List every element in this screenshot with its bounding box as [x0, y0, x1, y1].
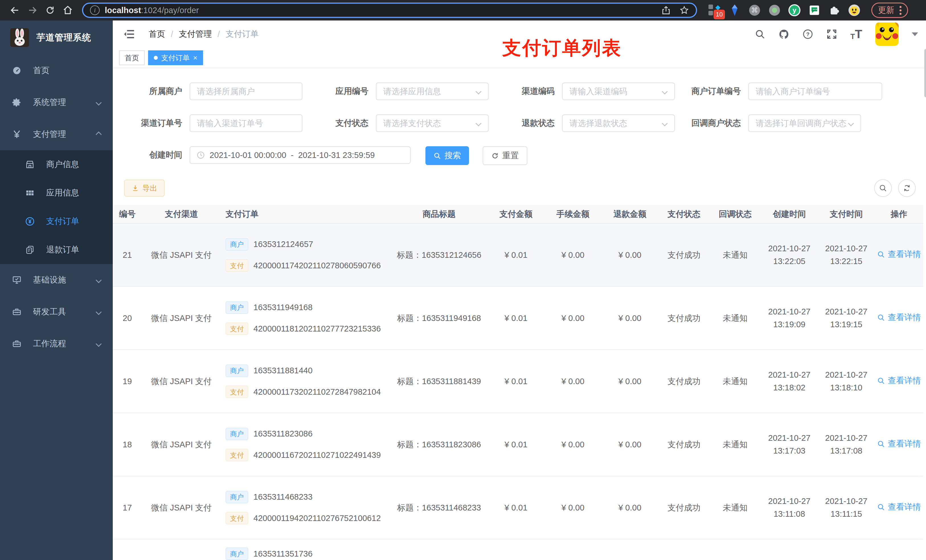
filter-row-2: 渠道订单号 支付状态 退款状态 回调商户状态 [124, 115, 923, 132]
font-size-icon[interactable]: TT [850, 27, 862, 41]
sidebar-item-首页[interactable]: 首页 [0, 54, 113, 86]
sidebar-item-退款订单[interactable]: 退款订单 [0, 235, 113, 264]
dashboard-icon [12, 66, 22, 75]
cell-order-no: 商户1635312124657 支付4200001174202110278060… [214, 238, 391, 272]
cell-order-no: 商户1635311881440 支付4200001173202110272847… [214, 364, 391, 398]
cell-pay-amount: ¥ 0.01 [487, 438, 545, 451]
browser-menu-icon[interactable] [900, 6, 902, 15]
app-logo[interactable]: 芋道管理系统 [0, 21, 113, 54]
view-search-icon [877, 314, 885, 322]
refund-doc-icon [25, 245, 35, 255]
view-search-icon [877, 440, 885, 448]
view-detail-link[interactable]: 查看详情 [877, 374, 921, 387]
export-button[interactable]: 导出 [124, 180, 165, 197]
filter-input-渠道订单号[interactable] [190, 115, 302, 131]
date-range-picker[interactable]: 2021-10-01 00:00:00 - 2021-10-31 23:59:5… [190, 146, 411, 164]
breadcrumb-pay[interactable]: 支付管理 [179, 29, 212, 40]
pay-tag: 支付 [225, 322, 248, 335]
filter-input-渠道编码[interactable] [563, 83, 674, 100]
bookmark-star-icon[interactable] [679, 5, 689, 15]
filter-input-退款状态[interactable] [563, 115, 674, 131]
scrollbar[interactable] [924, 49, 926, 97]
url-host: localhost [105, 6, 141, 15]
filter-input-应用编号[interactable] [377, 83, 488, 100]
view-detail-link[interactable]: 查看详情 [877, 437, 921, 450]
reset-button[interactable]: 重置 [483, 146, 527, 165]
cell-id: 19 [113, 375, 149, 388]
header-search-icon[interactable] [755, 29, 766, 39]
view-detail-link[interactable]: 查看详情 [877, 501, 921, 513]
cell-title: 标题：1635311881439 [391, 375, 487, 388]
home-icon[interactable] [61, 3, 75, 18]
github-icon[interactable] [779, 29, 789, 39]
browser-update-button[interactable]: 更新 [872, 3, 908, 18]
sidebar-item-商户信息[interactable]: 商户信息 [0, 150, 113, 179]
cell-action: 查看详情 [875, 501, 923, 515]
column-创建时间: 创建时间 [761, 208, 818, 220]
date-separator: - [291, 151, 294, 160]
help-icon[interactable]: ? [802, 29, 813, 39]
extension-dot-icon[interactable] [768, 3, 781, 17]
table-row[interactable]: 17 微信 JSAPI 支付 商户1635311468233 支付4200001… [113, 476, 923, 539]
user-avatar[interactable] [875, 23, 899, 46]
breadcrumb-home[interactable]: 首页 [149, 29, 165, 40]
sidebar-item-支付订单[interactable]: 支付订单 [0, 207, 113, 235]
chevron-down-icon[interactable] [912, 32, 918, 36]
cell-fee-amount: ¥ 0.00 [545, 249, 601, 261]
hamburger-icon[interactable] [124, 28, 136, 40]
sidebar-item-应用信息[interactable]: 应用信息 [0, 179, 113, 207]
address-bar[interactable]: i localhost:1024/pay/order [82, 3, 697, 18]
page-content: 所属商户 应用编号 渠道编码 商户订单编号 渠道订单号 支付状态 [113, 68, 926, 560]
extension-command-icon[interactable]: ⌘ [748, 3, 761, 17]
sidebar-item-支付管理[interactable]: 支付管理 [0, 118, 113, 150]
sidebar-menu: 首页 系统管理 支付管理 商户信息 应用信息 支付订单 退款订单 基础设施 研发… [0, 54, 113, 360]
reload-icon[interactable] [43, 3, 57, 18]
tag-home[interactable]: 首页 [119, 50, 145, 65]
sidebar-item-工作流程[interactable]: 工作流程 [0, 328, 113, 360]
toolbox-icon [12, 339, 22, 349]
extension-kite-icon[interactable] [728, 3, 741, 17]
extensions-puzzle-icon[interactable] [828, 3, 841, 17]
cell-create-time: 2021-10-2713:17:03 [761, 432, 818, 457]
view-detail-link[interactable]: 查看详情 [877, 248, 921, 261]
cell-title: 标题：1635311949168 [391, 312, 487, 325]
table-row[interactable]: 18 微信 JSAPI 支付 商户1635311823086 支付4200001… [113, 413, 923, 476]
pay-tag: 支付 [225, 259, 248, 272]
site-info-icon[interactable]: i [90, 5, 100, 15]
refresh-table-button[interactable] [898, 179, 916, 197]
column-支付订单: 支付订单 [214, 208, 391, 220]
table-row[interactable]: 21 微信 JSAPI 支付 商户1635312124657 支付4200001… [113, 223, 923, 287]
extension-y-icon[interactable]: y [788, 3, 801, 17]
app-title: 芋道管理系统 [36, 32, 91, 44]
cell-create-time: 2021-10-2713:18:02 [761, 368, 818, 394]
filter-input-商户订单编号[interactable] [749, 83, 882, 100]
table-row[interactable]: 20 微信 JSAPI 支付 商户1635311949168 支付4200001… [113, 287, 923, 350]
search-button[interactable]: 搜索 [425, 146, 469, 165]
sidebar-item-系统管理[interactable]: 系统管理 [0, 86, 113, 118]
filter-input-回调商户状态[interactable] [749, 115, 861, 131]
table-row-partial[interactable]: 商户1635311351736 [113, 539, 923, 560]
cell-order-no: 商户1635311823086 支付4200001167202110271022… [214, 427, 391, 462]
tag-pay-order[interactable]: 支付订单 × [148, 50, 203, 65]
extension-tasks-icon[interactable]: 10 [708, 3, 722, 17]
back-icon[interactable] [8, 3, 22, 18]
filter-input-支付状态[interactable] [377, 115, 488, 131]
sidebar-item-研发工具[interactable]: 研发工具 [0, 296, 113, 328]
chevron-down-icon [96, 99, 101, 105]
cell-notify-status: 未通知 [710, 438, 761, 451]
view-search-icon [877, 377, 885, 385]
profile-emoji-icon[interactable] [847, 3, 861, 17]
filter-回调商户状态: 回调商户状态 [683, 115, 861, 132]
filter-input-所属商户[interactable] [190, 83, 302, 100]
view-detail-link[interactable]: 查看详情 [877, 311, 921, 324]
sidebar-item-基础设施[interactable]: 基础设施 [0, 264, 113, 296]
sidebar-submenu: 商户信息 应用信息 支付订单 退款订单 [0, 150, 113, 264]
toggle-search-button[interactable] [874, 179, 892, 197]
column-商品标题: 商品标题 [391, 208, 487, 220]
extension-chat-icon[interactable] [808, 3, 821, 17]
fullscreen-icon[interactable] [826, 29, 837, 39]
table-row[interactable]: 19 微信 JSAPI 支付 商户1635311881440 支付4200001… [113, 350, 923, 413]
share-icon[interactable] [661, 5, 671, 15]
tag-close-icon[interactable]: × [193, 53, 197, 62]
forward-icon[interactable] [25, 3, 40, 18]
